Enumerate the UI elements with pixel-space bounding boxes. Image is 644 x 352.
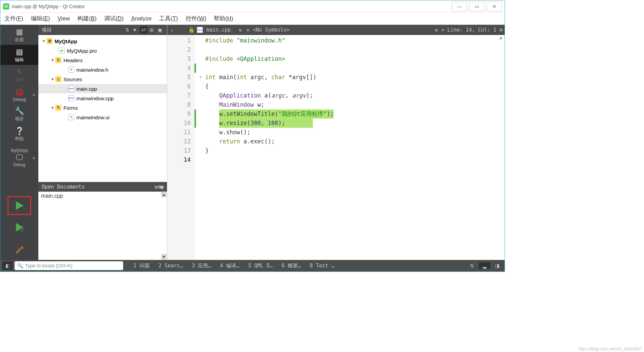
mode-help[interactable]: ❔ 帮助: [0, 124, 38, 144]
project-tree[interactable]: ▼⚙MyQtApp qtMyQtApp.pro ▼hHeaders hmainw…: [38, 35, 167, 182]
lock-icon[interactable]: 🔓: [188, 27, 195, 33]
file-dropdown-icon[interactable]: ⇅: [238, 27, 243, 33]
run-debug-button[interactable]: [7, 218, 31, 237]
output-tab-qml[interactable]: 5 QML D…: [248, 263, 273, 269]
locator-input[interactable]: 🔍 Type to locate (Ctrl+K): [15, 261, 123, 270]
close-pane-icon[interactable]: ▣: [160, 184, 164, 190]
chevron-right-icon: ▶: [33, 156, 36, 160]
nav-back-button[interactable]: ‹: [167, 27, 177, 34]
hammer-icon: [14, 244, 24, 254]
code-editor[interactable]: 1234567891011121314 ▾ #include "mainwind…: [167, 35, 505, 260]
sort-icon[interactable]: ⇅: [154, 184, 157, 190]
mode-welcome[interactable]: ▦ 欢迎: [0, 25, 38, 45]
open-docs-list[interactable]: main.cpp ▲ ▼: [38, 192, 167, 260]
cpp-file-icon: c++: [197, 27, 203, 33]
menu-widgets[interactable]: 控件(W): [186, 15, 206, 22]
side-panel: 项目 ⇅ ▼. ⮂ ⊞ ▣ ▼⚙MyQtApp qtMyQtApp.pro ▼h…: [38, 25, 167, 260]
cursor-position: » Line: 14, Col: 1 ⊞: [441, 27, 505, 33]
menu-file[interactable]: 文件(F): [4, 15, 23, 22]
tree-label: Forms: [63, 105, 78, 111]
line-gutter[interactable]: 1234567891011121314: [167, 35, 194, 260]
tree-main-cpp[interactable]: c++main.cpp: [38, 84, 167, 93]
mode-edit[interactable]: ▤ 编辑: [0, 45, 38, 65]
link-icon[interactable]: ⮂: [140, 26, 147, 34]
mode-debug[interactable]: 🐞 Debug ▶: [0, 85, 38, 104]
ui-file-icon: ✎: [68, 114, 74, 120]
tree-project-root[interactable]: ▼⚙MyQtApp: [38, 36, 167, 46]
kit-selector[interactable]: MyQtApp 🖵 Debug ▶: [0, 146, 38, 169]
scroll-up-icon[interactable]: ▲: [162, 192, 166, 197]
close-pane-icon[interactable]: ▣: [156, 26, 164, 34]
locator-placeholder: Type to locate (Ctrl+K): [25, 263, 73, 268]
tree-label: mainwindow.cpp: [76, 95, 114, 101]
pane-title: Open Documents: [42, 184, 84, 190]
h-file-icon: h: [68, 67, 74, 73]
editor-toolbar: ‹ › 🔓 c++ main.cpp ⇅ ✕ <No Symbols> ⇅ » …: [167, 25, 505, 35]
pane-title: 项目: [42, 27, 52, 33]
nav-forward-button[interactable]: ›: [177, 27, 186, 34]
close-button[interactable]: ✕: [487, 2, 502, 11]
toggle-sidebar-button[interactable]: ◧: [2, 262, 13, 270]
mode-projects[interactable]: 🔧 项目: [0, 104, 38, 124]
add-split-icon[interactable]: ⊞: [148, 26, 155, 34]
output-tab-compile[interactable]: 4 编译…: [220, 263, 239, 269]
chevron-right-icon: ▶: [33, 93, 36, 96]
output-tab-issues[interactable]: 1 问题: [133, 263, 150, 269]
editor-filename[interactable]: main.cpp: [206, 27, 231, 33]
tree-headers[interactable]: ▼hHeaders: [38, 55, 167, 65]
sort-icon[interactable]: ⇅: [468, 262, 476, 269]
bug-icon: 🐞: [15, 88, 24, 96]
close-file-button[interactable]: ✕: [246, 27, 249, 33]
symbol-selector[interactable]: <No Symbols> ⇅: [253, 27, 439, 33]
editor-pane: ‹ › 🔓 c++ main.cpp ⇅ ✕ <No Symbols> ⇅ » …: [167, 25, 505, 260]
minimize-button[interactable]: —: [452, 2, 467, 11]
output-tab-app[interactable]: 3 应用…: [192, 263, 211, 269]
menu-edit[interactable]: 编辑(E): [31, 15, 50, 22]
symbol-dropdown-icon[interactable]: ⇅: [434, 27, 439, 33]
folder-icon: c: [55, 76, 61, 82]
tree-label: mainwindow.h: [76, 67, 108, 73]
maximize-button[interactable]: ▭: [469, 2, 485, 11]
edit-icon: ▤: [16, 48, 23, 56]
mode-label: 编辑: [15, 57, 24, 63]
menu-help[interactable]: 帮助(H): [214, 15, 233, 22]
folder-icon: ✎: [55, 105, 61, 111]
menu-view[interactable]: View: [57, 15, 70, 22]
tree-label: MyQtApp.pro: [67, 48, 97, 54]
project-icon: ⚙: [46, 38, 53, 44]
tree-pro-file[interactable]: qtMyQtApp.pro: [38, 46, 167, 55]
open-doc-item[interactable]: main.cpp: [38, 192, 167, 200]
tree-sources[interactable]: ▼cSources: [38, 74, 167, 84]
mode-design[interactable]: ✎ 设计: [0, 65, 38, 85]
target-name: Debug: [13, 162, 25, 167]
project-pane-header: 项目 ⇅ ▼. ⮂ ⊞ ▣: [38, 25, 167, 35]
run-button[interactable]: [7, 196, 31, 215]
toggle-right-sidebar-button[interactable]: ◨: [493, 262, 501, 269]
tree-label: mainwindow.ui: [76, 115, 110, 120]
menu-build[interactable]: 构建(B): [77, 15, 97, 22]
scroll-down-icon[interactable]: ▼: [162, 254, 166, 259]
menu-debug[interactable]: 调试(D): [104, 15, 124, 22]
pencil-icon: ✎: [16, 68, 22, 76]
mode-label: 帮助: [15, 136, 24, 142]
mode-sidebar: ▦ 欢迎 ▤ 编辑 ✎ 设计 🐞 Debug ▶ 🔧 项目 ❔: [0, 25, 38, 260]
code-text[interactable]: #include "mainwindow.h" #include <QAppli…: [203, 35, 505, 260]
tree-mainwindow-cpp[interactable]: c++mainwindow.cpp: [38, 93, 167, 103]
filter-icon[interactable]: ▼.: [132, 26, 139, 34]
scroll-hint-icon: ◢: [499, 36, 504, 40]
menu-analyze[interactable]: Analyze: [131, 15, 151, 22]
sort-icon[interactable]: ⇅: [124, 26, 131, 34]
tree-forms[interactable]: ▼✎Forms: [38, 103, 167, 112]
output-tab-general[interactable]: 6 概要…: [282, 263, 301, 269]
build-button[interactable]: [7, 240, 31, 259]
tree-label: Headers: [63, 57, 83, 63]
menu-tools[interactable]: 工具(T): [159, 15, 178, 22]
output-tab-test[interactable]: 8 Test …: [310, 263, 334, 269]
progress-icon[interactable]: ▂: [479, 262, 490, 269]
tree-header-file[interactable]: hmainwindow.h: [38, 65, 167, 74]
add-split-icon[interactable]: ⊞: [157, 184, 160, 190]
tree-ui-file[interactable]: ✎mainwindow.ui: [38, 112, 167, 122]
fold-gutter[interactable]: ▾: [198, 35, 203, 260]
kit-name: MyQtApp: [11, 148, 28, 153]
output-tab-search[interactable]: 2 Searc…: [158, 263, 183, 269]
